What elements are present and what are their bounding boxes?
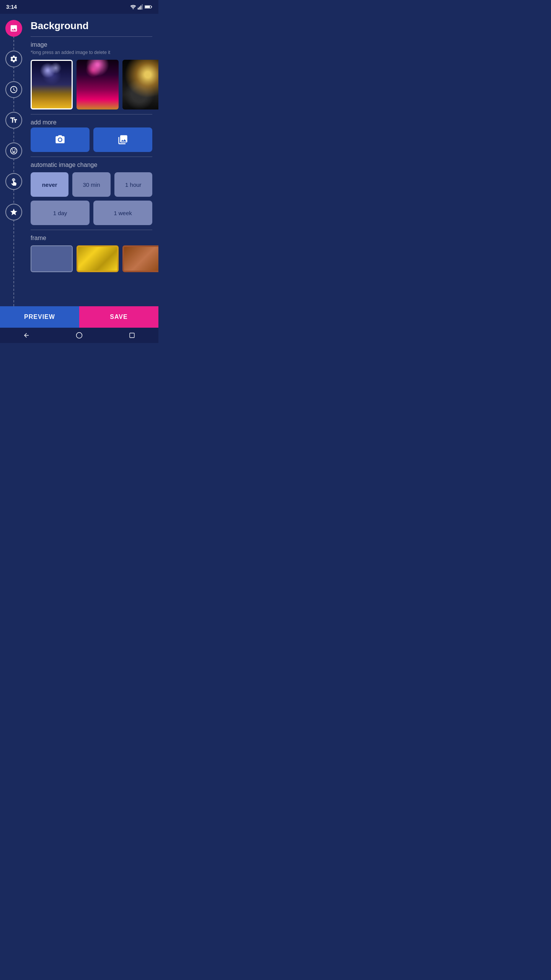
sidebar-item-settings[interactable] [5, 51, 22, 67]
option-1day[interactable]: 1 day [31, 201, 90, 225]
bottom-bar: PREVIEW SAVE [0, 306, 158, 328]
add-more-label: add more [31, 119, 152, 126]
sidebar-item-emoji[interactable] [5, 142, 22, 159]
main-content: Background image *long press an added im… [28, 14, 158, 306]
auto-change-options-row1: never 30 min 1 hour [31, 172, 152, 197]
sidebar [0, 14, 28, 306]
frame-section-label: frame [31, 235, 152, 242]
svg-rect-7 [151, 7, 152, 8]
emoji-icon [10, 147, 18, 155]
auto-change-divider [31, 230, 152, 230]
image-section-label: image [31, 41, 152, 48]
auto-change-label: automatic image change [31, 162, 152, 168]
status-icons [130, 4, 152, 10]
svg-rect-2 [139, 7, 140, 10]
images-row [31, 60, 152, 109]
frame-thumb-none[interactable] [31, 245, 73, 272]
signal-icon [138, 4, 143, 10]
page-title: Background [31, 20, 152, 32]
svg-rect-4 [142, 4, 143, 10]
option-30min[interactable]: 30 min [72, 172, 110, 197]
title-divider [31, 36, 152, 37]
image-thumb-1[interactable] [31, 60, 73, 109]
sidebar-item-gesture[interactable] [5, 173, 22, 190]
preview-button[interactable]: PREVIEW [0, 306, 79, 328]
option-never[interactable]: never [31, 172, 68, 197]
image-icon [10, 24, 18, 33]
svg-rect-9 [130, 333, 134, 338]
status-time: 3:14 [6, 4, 17, 10]
nav-recents-button[interactable] [125, 328, 139, 342]
recents-icon [129, 332, 135, 338]
frame-thumb-wood[interactable] [122, 245, 158, 272]
add-more-row [31, 127, 152, 152]
clock-icon [10, 85, 18, 94]
option-1week[interactable]: 1 week [93, 201, 152, 225]
frame-thumb-gold[interactable] [77, 245, 119, 272]
nav-back-button[interactable] [20, 328, 33, 342]
gesture-icon [10, 177, 18, 186]
image-section-hint: *long press an added image to delete it [31, 50, 152, 55]
nav-home-button[interactable] [72, 328, 86, 342]
sidebar-item-clock[interactable] [5, 81, 22, 98]
svg-rect-6 [145, 6, 150, 8]
svg-point-8 [77, 333, 82, 338]
battery-icon [145, 5, 152, 9]
home-circle-icon [76, 332, 83, 339]
camera-icon [55, 134, 65, 145]
sidebar-line [13, 32, 14, 306]
image-thumb-2[interactable] [77, 60, 119, 109]
sidebar-item-favorite[interactable] [5, 204, 22, 220]
sidebar-item-image[interactable] [5, 20, 22, 37]
image-thumb-3[interactable] [122, 60, 158, 109]
svg-rect-3 [140, 6, 141, 10]
back-icon [23, 332, 30, 339]
nav-bar [0, 328, 158, 343]
save-button[interactable]: SAVE [79, 306, 158, 328]
images-divider [31, 114, 152, 114]
svg-rect-1 [138, 8, 139, 10]
star-icon [10, 208, 18, 216]
gallery-icon [117, 134, 128, 145]
status-bar: 3:14 [0, 0, 158, 14]
gallery-button[interactable] [93, 127, 152, 152]
svg-point-0 [133, 8, 134, 9]
camera-button[interactable] [31, 127, 90, 152]
sidebar-item-text[interactable] [5, 112, 22, 129]
gear-icon [10, 55, 18, 63]
wifi-icon [130, 5, 136, 9]
option-1hour[interactable]: 1 hour [114, 172, 152, 197]
add-more-divider [31, 157, 152, 157]
frame-row [31, 245, 152, 272]
text-icon [10, 116, 18, 124]
app-container: Background image *long press an added im… [0, 14, 158, 306]
